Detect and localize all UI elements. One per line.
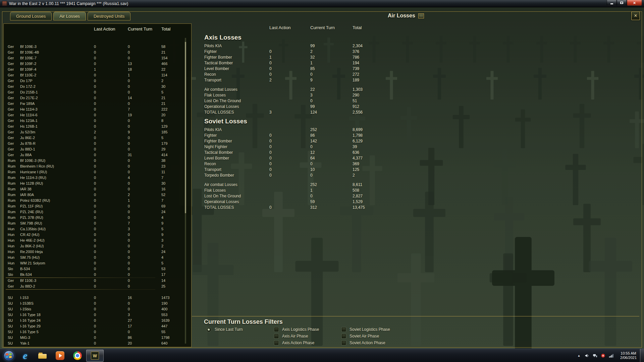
tab-ground-losses[interactable]: Ground Losses — [10, 12, 52, 20]
close-window-button[interactable]: × — [627, 0, 642, 6]
filter-checkbox-soviet-air-phase[interactable]: Soviet Air Phase — [342, 334, 379, 339]
filter-checkbox-axis-action-phase[interactable]: Axis Action Phase — [274, 341, 314, 345]
scrollbar[interactable] — [185, 38, 186, 344]
summary-row: Level Bomber085739 — [204, 66, 466, 72]
aircraft-row: SUI-153BS00190 — [4, 301, 191, 306]
filter-checkbox-axis-logistics-phase[interactable]: Axis Logistics Phase — [274, 327, 319, 332]
scrollbar-thumb[interactable] — [185, 42, 186, 213]
minimize-button[interactable] — [607, 0, 616, 6]
aircraft-row: GerBf 109E-30058 — [4, 44, 191, 50]
aircraft-row: RumBf 109E-3 (RU)0038 — [4, 158, 191, 164]
file-explorer-icon[interactable] — [34, 349, 51, 362]
security-icon[interactable] — [600, 353, 606, 358]
summary-row: Transport010125 — [204, 167, 466, 173]
checkbox-icon — [274, 341, 278, 345]
aircraft-row: SUI-16 Type 240271639 — [4, 318, 191, 323]
summary-row: Air combat Losses2528,611 — [204, 182, 466, 188]
aircraft-row: SloB-5340053 — [4, 266, 191, 272]
tab-air-losses[interactable]: Air Losses — [53, 12, 86, 20]
media-play-icon — [56, 351, 64, 360]
app-icon — [2, 1, 7, 6]
checkbox-icon — [342, 334, 346, 338]
taskbar-apps: eW — [0, 349, 104, 362]
internet-explorer-icon[interactable]: e — [16, 349, 34, 362]
signal-icon[interactable] — [608, 353, 614, 358]
aircraft-row: HunHe 46E-2 (HU)003 — [4, 238, 191, 243]
column-header-last-action: Last Action — [269, 24, 310, 32]
filter-checkbox-soviet-logistics-phase[interactable]: Soviet Logistics Phase — [342, 327, 390, 332]
aircraft-row: GerBf 110E-201114 — [4, 72, 191, 78]
game-taskbar-button[interactable]: W — [86, 350, 104, 362]
column-header-total: Total — [161, 26, 191, 32]
summary-row: Fighter Bomber132786 — [204, 55, 466, 60]
taskbar-clock[interactable]: 10:55 AM 2/06/2021 — [617, 351, 640, 360]
aircraft-row: RumHe 111H-3 (RU)047 — [4, 175, 191, 181]
aircraft-row: GerJu 86E-2005 — [4, 135, 191, 141]
summary-header: Last Action Current Turn Total — [204, 24, 466, 32]
checkbox-label: Soviet Logistics Phase — [350, 327, 390, 332]
window-titlebar[interactable]: War in the East 2 v 1.00.11 *** 1941 Cam… — [0, 0, 644, 7]
tray-expand-icon[interactable]: ▲ — [576, 353, 582, 358]
aircraft-row: SUMiG-30861798 — [4, 335, 191, 341]
tab-destroyed-units[interactable]: Destroyed Units — [88, 12, 130, 20]
maximize-button[interactable] — [617, 0, 627, 6]
screen-title: Air Losses — [388, 13, 415, 19]
aircraft-row: HunCa.135bis (HU)035 — [4, 226, 191, 232]
volume-icon[interactable] — [584, 353, 590, 358]
checkbox-label: Soviet Action Phase — [350, 341, 385, 345]
summary-row: Recon00272 — [204, 72, 466, 77]
aircraft-row: RumPotez 633B2 (RU)017 — [4, 198, 191, 203]
aircraft-row: RumIAR 380016 — [4, 186, 191, 192]
filters-title: Current Turn Losses Filters — [204, 318, 283, 325]
summary-row: Lost On The Ground02,827 — [204, 193, 466, 199]
checkbox-icon — [274, 327, 278, 331]
windows-flag-icon — [4, 351, 14, 361]
aircraft-row: RumHe 112B (RU)0030 — [4, 181, 191, 186]
summary-row: Level Bomber0644,377 — [204, 156, 466, 161]
checkbox-label: Axis Air Phase — [282, 334, 308, 339]
column-header-current-turn: Current Turn — [128, 26, 161, 32]
checkbox-icon — [342, 341, 346, 345]
network-icon[interactable] — [592, 353, 598, 358]
summary-section: Axis LossesPilots KIA992,304Fighter02376… — [204, 34, 466, 115]
screen-close-button[interactable]: × — [631, 11, 640, 20]
aircraft-row: GerHs 126B-100129 — [4, 124, 191, 129]
checkbox-label: Axis Logistics Phase — [282, 327, 319, 332]
aircraft-losses-panel: Last Action Current Turn Total GerBf 109… — [3, 23, 192, 347]
filters-panel: Current Turn Losses Filters Since Last T… — [192, 316, 639, 347]
aircraft-row: HunSM.75 (HU)004 — [4, 255, 191, 260]
filter-checkbox-soviet-action-phase[interactable]: Soviet Action Phase — [342, 341, 385, 345]
aircraft-row: RumPZL 37B (RU)004 — [4, 215, 191, 221]
since-last-turn-radio[interactable]: Since Last Turn — [207, 327, 243, 332]
aircraft-row: RumBlenheim I Rcn (RU)0023 — [4, 164, 191, 169]
summary-row: Flak Losses1508 — [204, 188, 466, 193]
summary-section: Soviet LossesPilots KIA2528,699Fighter08… — [204, 118, 466, 210]
aircraft-row: SUI-15bis00400 — [4, 306, 191, 312]
tab-bar: Ground LossesAir LossesDestroyed Units — [10, 12, 130, 20]
radio-dot — [208, 329, 210, 330]
aircraft-row: HunRe.2000 Heja0024 — [4, 249, 191, 255]
aircraft-row: SUI-1530161473 — [4, 295, 191, 301]
aircraft-table-header: Last Action Current Turn Total — [4, 26, 191, 32]
summary-row: Night Fighter0039 — [204, 144, 466, 150]
chrome-icon[interactable] — [69, 349, 86, 362]
media-player-icon[interactable] — [51, 349, 69, 362]
section-title: Soviet Losses — [204, 118, 466, 125]
aircraft-row: RumPZL 24E (RU)0024 — [4, 209, 191, 215]
internet-explorer-glyph: e — [20, 351, 30, 360]
filter-checkbox-axis-air-phase[interactable]: Axis Air Phase — [274, 334, 308, 339]
maximize-icon — [620, 2, 623, 4]
taskbar: eW ▲ 10:55 AM 2/06/2021 — [0, 349, 644, 362]
window-controls: × — [607, 0, 642, 7]
summary-row: Operational Losses591,529 — [204, 199, 466, 205]
start-button[interactable] — [1, 349, 16, 362]
aircraft-row: GerHs 123A-1008 — [4, 118, 191, 124]
summary-row: Pilots KIA992,304 — [204, 43, 466, 49]
aircraft-row: GerJu 88D-20025 — [4, 284, 191, 289]
aircraft-row: GerDo 17P002 — [4, 78, 191, 84]
aircraft-row: HunJu 86K-2 (HU)002 — [4, 243, 191, 249]
aircraft-row: RumHurricane I (RU)0011 — [4, 169, 191, 175]
aircraft-row: GerJu 88D-10029 — [4, 146, 191, 152]
folder-icon — [38, 351, 47, 360]
show-desktop-button[interactable] — [640, 349, 644, 362]
